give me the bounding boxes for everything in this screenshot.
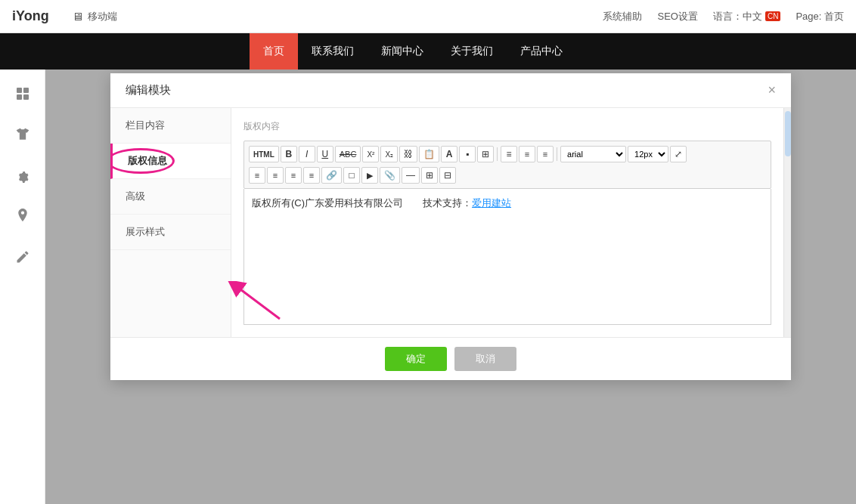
svg-rect-2 (17, 94, 22, 100)
modal-title: 编辑模块 (126, 83, 171, 97)
toolbar-bold-btn[interactable]: B (281, 146, 297, 162)
nav-item-home[interactable]: 首页 (250, 33, 298, 70)
scrollbar-thumb[interactable] (785, 111, 791, 156)
main-layout: 编辑模块 × 栏目内容 版权信息 高级 展示样式 (0, 70, 856, 504)
toolbar-link-icon-btn[interactable]: ⛓ (399, 146, 417, 162)
toolbar-align-right-btn[interactable]: ≡ (537, 146, 554, 162)
nav-item-products[interactable]: 产品中心 (507, 33, 576, 70)
content-section-label: 版权内容 (243, 120, 771, 133)
seo-settings-link[interactable]: SEO设置 (657, 10, 697, 23)
language-selector[interactable]: 语言：中文 CN (713, 10, 780, 23)
editor-content-area[interactable]: 版权所有(C)广东爱用科技有限公司 技术支持：爱用建站 (243, 189, 771, 325)
toolbar-hr-btn[interactable]: — (402, 167, 420, 184)
flag-cn-icon: CN (765, 11, 780, 21)
toolbar-special-char-btn[interactable]: ⊟ (439, 167, 456, 184)
toolbar-row-1: HTML B I U ABC X² X₂ ⛓ 📋 A ▪ (249, 144, 687, 164)
toolbar-divider-2 (557, 147, 557, 161)
logo: iYong (12, 8, 49, 24)
top-bar: iYong 🖥 移动端 系统辅助 SEO设置 语言：中文 CN Page: 首页 (0, 0, 856, 33)
language-label: 语言：中文 (713, 10, 762, 23)
nav-bar: 首页 联系我们 新闻中心 关于我们 产品中心 (0, 33, 856, 70)
toolbar-clipboard-btn[interactable]: 📋 (419, 146, 439, 162)
modal-sidebar-item-display-style[interactable]: 展示样式 (110, 215, 231, 250)
modal-header: 编辑模块 × (110, 73, 791, 108)
confirm-button[interactable]: 确定 (385, 347, 447, 371)
toolbar-indent-btn[interactable]: ≡ (267, 167, 284, 184)
toolbar-strikethrough-btn[interactable]: ABC (335, 146, 361, 162)
modal-overlay: 编辑模块 × 栏目内容 版权信息 高级 展示样式 (45, 70, 856, 504)
toolbar-hyperlink-btn[interactable]: 🔗 (321, 167, 342, 184)
modal-scrollbar[interactable] (783, 108, 791, 337)
edit-module-modal: 编辑模块 × 栏目内容 版权信息 高级 展示样式 (110, 73, 791, 380)
toolbar-outdent-btn[interactable]: ≡ (285, 167, 302, 184)
nav-item-news[interactable]: 新闻中心 (368, 33, 437, 70)
modal-main-content: 版权内容 HTML B I U ABC X² X₂ ⛓ (231, 108, 783, 337)
toolbar-subscript-btn[interactable]: X₂ (380, 146, 398, 162)
svg-rect-0 (17, 88, 22, 93)
sidebar-icon-edit[interactable] (6, 240, 39, 274)
left-sidebar (0, 70, 45, 504)
toolbar-attachment-btn[interactable]: 📎 (380, 167, 400, 184)
editor-toolbar: HTML B I U ABC X² X₂ ⛓ 📋 A ▪ (243, 141, 771, 189)
content-area: 编辑模块 × 栏目内容 版权信息 高级 展示样式 (45, 70, 856, 504)
toolbar-html-btn[interactable]: HTML (249, 146, 279, 162)
modal-close-button[interactable]: × (768, 82, 776, 98)
editor-link-content[interactable]: 爱用建站 (472, 197, 511, 209)
page-indicator: Page: 首页 (796, 10, 844, 23)
cancel-button[interactable]: 取消 (454, 347, 516, 371)
mobile-toggle[interactable]: 🖥 移动端 (72, 10, 117, 23)
toolbar-table-inline-btn[interactable]: ⊞ (477, 146, 494, 162)
toolbar-fullscreen-btn[interactable]: ⤢ (670, 146, 687, 162)
toolbar-table-btn[interactable]: ⊞ (421, 167, 438, 184)
modal-body: 栏目内容 版权信息 高级 展示样式 版权内容 (110, 108, 791, 337)
system-help-link[interactable]: 系统辅助 (603, 10, 642, 23)
toolbar-list-btn[interactable]: ≡ (303, 167, 320, 184)
toolbar-italic-btn[interactable]: I (299, 146, 315, 162)
modal-sidebar: 栏目内容 版权信息 高级 展示样式 (110, 108, 231, 337)
toolbar-font-color-btn[interactable]: A (441, 146, 457, 162)
modal-sidebar-item-copyright[interactable]: 版权信息 (110, 144, 231, 179)
toolbar-font-size-select[interactable]: 12px 14px 16px 18px (628, 146, 668, 162)
toolbar-bg-color-btn[interactable]: ▪ (459, 146, 476, 162)
mobile-label: 移动端 (88, 10, 117, 23)
nav-item-about[interactable]: 关于我们 (437, 33, 507, 70)
modal-footer: 确定 取消 (110, 337, 791, 380)
modal-sidebar-item-advanced[interactable]: 高级 (110, 179, 231, 215)
nav-item-contact[interactable]: 联系我们 (298, 33, 368, 70)
toolbar-row-2: ≡ ≡ ≡ ≡ 🔗 □ ▶ 📎 — ⊞ ⊟ (249, 165, 456, 185)
toolbar-align-left-btn[interactable]: ≡ (501, 146, 517, 162)
toolbar-divider-1 (497, 147, 498, 161)
modal-sidebar-item-column-content[interactable]: 栏目内容 (110, 108, 231, 144)
toolbar-align-center-btn[interactable]: ≡ (519, 146, 535, 162)
sidebar-icon-settings[interactable] (6, 159, 39, 192)
svg-rect-3 (23, 94, 29, 100)
svg-rect-1 (23, 88, 29, 93)
toolbar-font-family-select[interactable]: arial serif monospace (560, 146, 626, 162)
toolbar-superscript-btn[interactable]: X² (362, 146, 379, 162)
editor-text-content: 版权所有(C)广东爱用科技有限公司 技术支持： (252, 197, 472, 209)
sidebar-icon-shirt[interactable] (6, 118, 39, 151)
sidebar-icon-grid[interactable] (6, 77, 39, 110)
monitor-icon: 🖥 (72, 10, 83, 23)
sidebar-icon-location[interactable] (6, 199, 39, 233)
toolbar-image-btn[interactable]: □ (343, 167, 360, 184)
toolbar-justify-btn[interactable]: ≡ (249, 167, 265, 184)
toolbar-video-btn[interactable]: ▶ (361, 167, 378, 184)
toolbar-underline-btn[interactable]: U (317, 146, 333, 162)
